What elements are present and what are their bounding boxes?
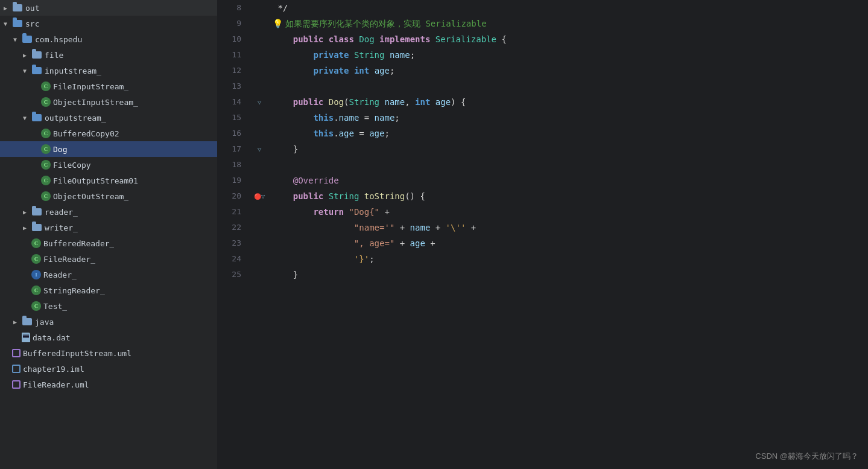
tree-item-chapter19.iml[interactable]: chapter19.iml — [0, 361, 217, 377]
tree-item-out[interactable]: out — [0, 0, 217, 16]
gutter-icon-slot-21 — [251, 204, 268, 220]
token-10-5: Dog — [359, 31, 374, 47]
class-icon-ObjectInputStream_: C — [41, 97, 51, 107]
tree-item-FileCopy[interactable]: CFileCopy — [0, 157, 217, 173]
tree-label-java: java — [35, 317, 54, 327]
token-25-0: } — [273, 267, 298, 282]
gutter-icon-slot-11 — [251, 47, 268, 63]
token-16-3: age — [339, 126, 354, 141]
tree-item-BufferedReader_[interactable]: CBufferedReader_ — [0, 235, 217, 251]
fold-icon-20[interactable]: ▽ — [261, 193, 265, 200]
code-line-25: } — [273, 267, 868, 282]
fold-icon-14[interactable]: ▽ — [258, 98, 262, 106]
tree-item-BufferedInputStream.uml[interactable]: BufferedInputStream.uml — [0, 345, 217, 361]
tree-arrow-java — [13, 319, 22, 325]
gutter-icon-slot-13 — [251, 78, 268, 94]
line-number-20: 20 — [217, 188, 246, 204]
tree-item-FileReader.uml[interactable]: FileReader.uml — [0, 377, 217, 392]
line-number-25: 25 — [217, 267, 246, 282]
token-11-4 — [384, 47, 389, 63]
token-15-2: . — [334, 110, 338, 126]
watermark: CSDN @赫海今天放闪了吗？ — [755, 451, 858, 462]
gutter-icon-slot-20: 🔴▽ — [251, 188, 268, 204]
tree-item-outputstream_[interactable]: outputstream_ — [0, 110, 217, 126]
tree-arrow-outputstream_ — [23, 115, 31, 121]
line-number-21: 21 — [217, 204, 246, 220]
line-number-13: 13 — [217, 78, 246, 94]
tree-arrow-reader_ — [23, 209, 31, 215]
tree-item-file[interactable]: file — [0, 47, 217, 63]
class-icon-BufferedReader_: C — [31, 238, 41, 248]
tree-label-FileReader_: FileReader_ — [43, 255, 95, 264]
tree-item-FileReader_[interactable]: CFileReader_ — [0, 251, 217, 267]
tree-item-com.hspedu[interactable]: com.hspedu — [0, 31, 217, 47]
tree-item-Reader_[interactable]: IReader_ — [0, 267, 217, 282]
tree-item-Test_[interactable]: CTest_ — [0, 298, 217, 314]
token-11-6: ; — [410, 47, 415, 63]
tree-item-java[interactable]: java — [0, 314, 217, 330]
tree-item-data.dat[interactable]: data.dat — [0, 330, 217, 345]
token-16-1: this — [313, 126, 334, 141]
tree-arrow-out — [4, 5, 12, 11]
tree-item-FileInputStream_[interactable]: CFileInputStream_ — [0, 78, 217, 94]
fold-icon-17[interactable]: ▽ — [258, 145, 262, 153]
tree-item-StringReader_[interactable]: CStringReader_ — [0, 282, 217, 298]
gutter-icon-slot-22 — [251, 220, 268, 235]
token-22-6: + — [466, 220, 476, 235]
gutter-icon-slot-19 — [251, 173, 268, 188]
token-24-0 — [273, 251, 354, 267]
class-icon-Dog: C — [41, 144, 51, 154]
gutter-icon-slot-25 — [251, 267, 268, 282]
token-21-4: + — [379, 204, 390, 220]
token-10-7: implements — [379, 31, 430, 47]
tree-item-ObjectInputStream_[interactable]: CObjectInputStream_ — [0, 94, 217, 110]
gutter-icon-slot-12 — [251, 63, 268, 78]
tree-item-Dog[interactable]: CDog — [0, 141, 217, 157]
code-line-22: "name='" + name + '\'' + — [273, 220, 868, 235]
token-24-1: '}' — [354, 251, 369, 267]
class-icon-ObjectOutStream_: C — [41, 191, 51, 201]
line-number-22: 22 — [217, 220, 246, 235]
tree-item-writer_[interactable]: writer_ — [0, 220, 217, 235]
token-12-3: int — [354, 63, 369, 78]
tree-label-StringReader_: StringReader_ — [43, 286, 105, 295]
tree-item-FileOutputStream01[interactable]: CFileOutputStream01 — [0, 173, 217, 188]
uml-icon-FileReader.uml — [12, 380, 21, 389]
folder-icon-inputstream_ — [31, 66, 42, 75]
gutter-icon-slot-14: ▽ — [251, 94, 268, 110]
tree-arrow-inputstream_ — [23, 68, 31, 74]
code-line-20: public String toString() { — [273, 188, 868, 204]
bookmark-icon-20[interactable]: 🔴 — [254, 193, 261, 200]
tree-item-inputstream_[interactable]: inputstream_ — [0, 63, 217, 78]
line-number-17: 17 — [217, 141, 246, 157]
token-14-1: public — [293, 94, 324, 110]
token-14-6 — [379, 94, 384, 110]
tree-item-BufferedCopy02[interactable]: CBufferedCopy02 — [0, 126, 217, 141]
folder-icon-writer_ — [31, 223, 42, 232]
token-11-5: name — [390, 47, 410, 63]
folder-icon-com.hspedu — [22, 35, 33, 43]
line-number-18: 18 — [217, 157, 246, 173]
token-20-4 — [359, 188, 364, 204]
token-14-2 — [323, 94, 328, 110]
code-line-14: public Dog(String name, int age) { — [273, 94, 868, 110]
code-line-18 — [273, 157, 868, 173]
token-14-5: String — [349, 94, 379, 110]
line-number-12: 12 — [217, 63, 246, 78]
tree-label-BufferedInputStream.uml: BufferedInputStream.uml — [23, 349, 131, 358]
tree-item-ObjectOutStream_[interactable]: CObjectOutStream_ — [0, 188, 217, 204]
code-line-13 — [273, 78, 868, 94]
tree-label-reader_: reader_ — [45, 208, 78, 217]
interface-icon-Reader_: I — [31, 270, 41, 279]
line-number-19: 19 — [217, 173, 246, 188]
tree-item-reader_[interactable]: reader_ — [0, 204, 217, 220]
token-14-10 — [430, 94, 435, 110]
tree-item-src[interactable]: src — [0, 16, 217, 31]
line-numbers: 8910111213141516171819202122232425 — [217, 0, 251, 469]
gutter-icon-slot-18 — [251, 157, 268, 173]
token-15-0 — [273, 110, 313, 126]
tree-label-FileOutputStream01: FileOutputStream01 — [53, 176, 138, 185]
token-14-9: int — [415, 94, 430, 110]
gutter-icon-slot-16 — [251, 126, 268, 141]
tree-label-FileReader.uml: FileReader.uml — [23, 380, 89, 389]
